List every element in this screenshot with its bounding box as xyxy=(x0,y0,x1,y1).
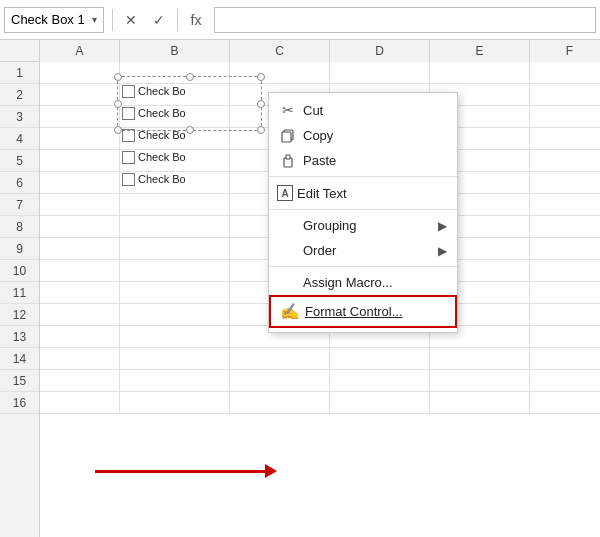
cell-a12[interactable] xyxy=(40,304,120,326)
table-row xyxy=(40,348,600,370)
cell-e1[interactable] xyxy=(430,62,530,84)
cell-d14[interactable] xyxy=(330,348,430,370)
cell-a9[interactable] xyxy=(40,238,120,260)
name-box-arrow: ▾ xyxy=(92,14,97,25)
cell-f14[interactable] xyxy=(530,348,600,370)
col-header-f: F xyxy=(530,40,600,62)
menu-label-order: Order xyxy=(303,243,438,258)
col-header-b: B xyxy=(120,40,230,62)
cell-f7[interactable] xyxy=(530,194,600,216)
menu-label-grouping: Grouping xyxy=(303,218,438,233)
name-box[interactable]: Check Box 1 ▾ xyxy=(4,7,104,33)
menu-label-paste: Paste xyxy=(303,153,447,168)
cell-a7[interactable] xyxy=(40,194,120,216)
cell-a3[interactable] xyxy=(40,106,120,128)
menu-item-assign-macro[interactable]: Assign Macro... xyxy=(269,270,457,295)
cell-a1[interactable] xyxy=(40,62,120,84)
corner-cell xyxy=(0,40,40,61)
copy-icon xyxy=(277,129,299,143)
menu-item-format-control[interactable]: ✍ Format Control... xyxy=(269,295,457,328)
cell-f15[interactable] xyxy=(530,370,600,392)
arrow-line xyxy=(95,470,265,473)
checkbox-row-4: Check Bo xyxy=(122,146,186,168)
checkbox-row-3: Check Bo xyxy=(122,124,186,146)
cell-b14[interactable] xyxy=(120,348,230,370)
cell-f4[interactable] xyxy=(530,128,600,150)
cell-a16[interactable] xyxy=(40,392,120,414)
cancel-button[interactable]: ✕ xyxy=(117,6,145,34)
cell-a14[interactable] xyxy=(40,348,120,370)
cell-b12[interactable] xyxy=(120,304,230,326)
cell-a10[interactable] xyxy=(40,260,120,282)
checkbox-4[interactable] xyxy=(122,151,135,164)
cell-f6[interactable] xyxy=(530,172,600,194)
cell-c1[interactable] xyxy=(230,62,330,84)
formula-icon: fx xyxy=(191,12,202,28)
checkbox-2[interactable] xyxy=(122,107,135,120)
cell-b9[interactable] xyxy=(120,238,230,260)
cell-b8[interactable] xyxy=(120,216,230,238)
menu-item-copy[interactable]: Copy xyxy=(269,123,457,148)
cell-a6[interactable] xyxy=(40,172,120,194)
cell-a8[interactable] xyxy=(40,216,120,238)
cell-b10[interactable] xyxy=(120,260,230,282)
checkbox-5[interactable] xyxy=(122,173,135,186)
cell-f10[interactable] xyxy=(530,260,600,282)
cell-b11[interactable] xyxy=(120,282,230,304)
row-num-10: 10 xyxy=(0,260,39,282)
formula-button[interactable]: fx xyxy=(182,6,210,34)
cell-f1[interactable] xyxy=(530,62,600,84)
row-num-11: 11 xyxy=(0,282,39,304)
cell-a5[interactable] xyxy=(40,150,120,172)
cell-a15[interactable] xyxy=(40,370,120,392)
cancel-icon: ✕ xyxy=(125,12,137,28)
cell-f3[interactable] xyxy=(530,106,600,128)
cell-b13[interactable] xyxy=(120,326,230,348)
cell-d15[interactable] xyxy=(330,370,430,392)
cell-b16[interactable] xyxy=(120,392,230,414)
cell-f9[interactable] xyxy=(530,238,600,260)
checkbox-1[interactable] xyxy=(122,85,135,98)
cell-a13[interactable] xyxy=(40,326,120,348)
cell-d1[interactable] xyxy=(330,62,430,84)
cell-e15[interactable] xyxy=(430,370,530,392)
cell-a4[interactable] xyxy=(40,128,120,150)
menu-item-order[interactable]: Order ▶ xyxy=(269,238,457,263)
cell-f16[interactable] xyxy=(530,392,600,414)
formula-bar[interactable] xyxy=(214,7,596,33)
col-header-a: A xyxy=(40,40,120,62)
cell-f8[interactable] xyxy=(530,216,600,238)
cell-d16[interactable] xyxy=(330,392,430,414)
cell-f2[interactable] xyxy=(530,84,600,106)
cell-f11[interactable] xyxy=(530,282,600,304)
menu-item-cut[interactable]: ✂ Cut xyxy=(269,97,457,123)
format-control-icon: ✍ xyxy=(279,302,301,321)
col-header-e: E xyxy=(430,40,530,62)
checkbox-3[interactable] xyxy=(122,129,135,142)
cell-c16[interactable] xyxy=(230,392,330,414)
cell-a2[interactable] xyxy=(40,84,120,106)
cell-b7[interactable] xyxy=(120,194,230,216)
row-num-4: 4 xyxy=(0,128,39,150)
cell-e14[interactable] xyxy=(430,348,530,370)
checkbox-row-5: Check Bo xyxy=(122,168,186,190)
cell-c15[interactable] xyxy=(230,370,330,392)
menu-separator-2 xyxy=(269,209,457,210)
row-num-9: 9 xyxy=(0,238,39,260)
svg-rect-1 xyxy=(282,132,291,142)
checkbox-label-3: Check Bo xyxy=(138,129,186,141)
menu-item-edit-text[interactable]: A Edit Text xyxy=(269,180,457,206)
cell-f13[interactable] xyxy=(530,326,600,348)
cell-c14[interactable] xyxy=(230,348,330,370)
menu-item-paste[interactable]: Paste xyxy=(269,148,457,173)
cell-b15[interactable] xyxy=(120,370,230,392)
cell-a11[interactable] xyxy=(40,282,120,304)
cell-f12[interactable] xyxy=(530,304,600,326)
cell-f5[interactable] xyxy=(530,150,600,172)
menu-item-grouping[interactable]: Grouping ▶ xyxy=(269,213,457,238)
confirm-button[interactable]: ✓ xyxy=(145,6,173,34)
row-num-2: 2 xyxy=(0,84,39,106)
edit-text-icon: A xyxy=(277,185,293,201)
menu-label-format-control: Format Control... xyxy=(305,304,445,319)
cell-e16[interactable] xyxy=(430,392,530,414)
